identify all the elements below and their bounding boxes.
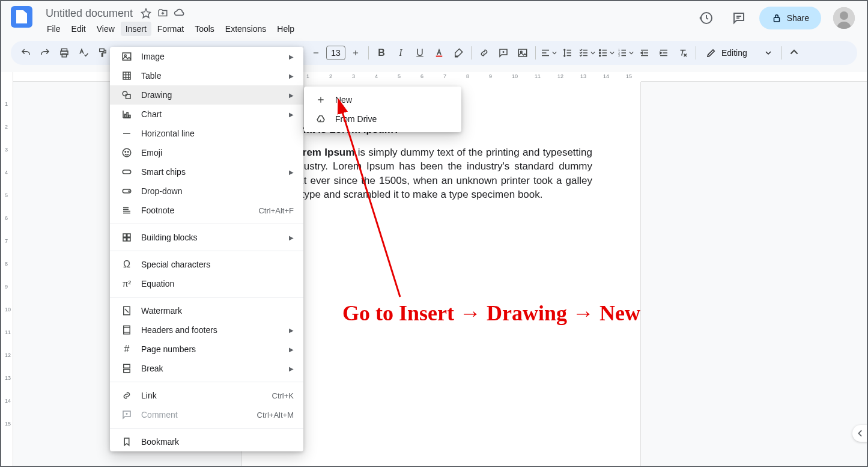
- insert-image-button[interactable]: [514, 44, 532, 62]
- menu-item-smart-chips[interactable]: Smart chips▶: [110, 162, 303, 182]
- header-footer-icon: [121, 325, 133, 335]
- plus-icon: [315, 95, 327, 105]
- underline-button[interactable]: U: [411, 44, 429, 62]
- account-avatar[interactable]: [833, 7, 855, 29]
- drive-icon: [315, 114, 327, 124]
- menu-item-dropdown[interactable]: Drop-down: [110, 182, 303, 201]
- numbered-list-button[interactable]: 123: [616, 44, 634, 62]
- emoji-icon: [121, 147, 133, 158]
- svg-rect-18: [123, 72, 130, 79]
- share-button[interactable]: Share: [759, 7, 821, 29]
- menu-item-drawing[interactable]: Drawing▶: [110, 85, 303, 105]
- font-size-minus[interactable]: [307, 44, 325, 62]
- svg-rect-31: [123, 238, 126, 241]
- svg-rect-30: [127, 234, 130, 237]
- menu-help[interactable]: Help: [272, 22, 299, 36]
- comments-icon[interactable]: [727, 6, 751, 30]
- menu-item-link[interactable]: LinkCtrl+K: [110, 386, 303, 405]
- menu-item-special-characters[interactable]: ΩSpecial characters: [110, 255, 303, 274]
- chip-icon: [121, 166, 133, 177]
- svg-rect-27: [123, 170, 131, 174]
- menu-tools[interactable]: Tools: [190, 22, 219, 36]
- collapse-toolbar-button[interactable]: [785, 44, 803, 62]
- svg-rect-35: [124, 364, 130, 368]
- annotation-text: Go to Insert → Drawing → New: [342, 301, 640, 326]
- menu-item-footnote[interactable]: FootnoteCtrl+Alt+F: [110, 201, 303, 220]
- paint-format-button[interactable]: [94, 44, 112, 62]
- checklist-button[interactable]: [578, 44, 596, 62]
- menu-insert[interactable]: Insert: [121, 22, 151, 36]
- spellcheck-button[interactable]: [74, 44, 93, 62]
- menu-item-equation[interactable]: π²Equation: [110, 274, 303, 293]
- svg-rect-36: [124, 370, 130, 373]
- editing-mode-label: Editing: [721, 48, 747, 58]
- menu-item-table[interactable]: Table▶: [110, 66, 303, 85]
- explore-fab[interactable]: [852, 425, 867, 442]
- blocks-icon: [121, 232, 133, 243]
- highlight-button[interactable]: [449, 44, 467, 62]
- italic-button[interactable]: I: [392, 44, 410, 62]
- share-label: Share: [787, 13, 809, 23]
- footnote-icon: [121, 205, 133, 216]
- cloud-saved-icon[interactable]: [172, 6, 187, 20]
- menu-item-headers-footers[interactable]: Headers and footers▶: [110, 320, 303, 340]
- menu-item-horizontal-line[interactable]: Horizontal line: [110, 124, 303, 143]
- history-icon[interactable]: [694, 6, 718, 30]
- submenu-item-from-drive[interactable]: From Drive: [304, 109, 461, 129]
- insert-link-button[interactable]: [475, 44, 493, 62]
- indent-increase-button[interactable]: [655, 44, 673, 62]
- text-color-button[interactable]: [430, 44, 448, 62]
- menu-item-page-numbers[interactable]: #Page numbers▶: [110, 340, 303, 359]
- omega-icon: Ω: [121, 259, 133, 270]
- menu-edit[interactable]: Edit: [67, 22, 91, 36]
- menu-item-image[interactable]: Image▶: [110, 47, 303, 66]
- editing-mode-button[interactable]: Editing: [700, 47, 777, 58]
- svg-point-10: [599, 49, 601, 50]
- pencil-icon: [706, 47, 717, 58]
- submenu-item-new[interactable]: New: [304, 90, 461, 109]
- undo-button[interactable]: [17, 44, 35, 62]
- menu-item-chart[interactable]: Chart▶: [110, 105, 303, 124]
- svg-point-24: [123, 148, 131, 157]
- star-icon[interactable]: [139, 6, 153, 20]
- menu-file[interactable]: File: [42, 22, 65, 36]
- menu-item-building-blocks[interactable]: Building blocks▶: [110, 228, 303, 247]
- svg-text:3: 3: [618, 54, 620, 57]
- redo-button[interactable]: [36, 44, 54, 62]
- lock-icon: [771, 13, 782, 23]
- move-icon[interactable]: [156, 6, 170, 20]
- page-numbers-icon: #: [121, 344, 133, 355]
- insert-comment-button[interactable]: [494, 44, 512, 62]
- indent-decrease-button[interactable]: [636, 44, 654, 62]
- font-size-input[interactable]: 13: [326, 46, 345, 60]
- font-size-plus[interactable]: [347, 44, 365, 62]
- clear-formatting-button[interactable]: [674, 44, 692, 62]
- svg-point-2: [840, 11, 848, 20]
- svg-point-26: [128, 151, 129, 153]
- menu-item-bookmark[interactable]: Bookmark: [110, 432, 303, 451]
- menu-item-watermark[interactable]: Watermark: [110, 301, 303, 320]
- menu-item-emoji[interactable]: Emoji: [110, 143, 303, 162]
- document-title[interactable]: Untitled document: [42, 7, 136, 20]
- menu-view[interactable]: View: [92, 22, 120, 36]
- line-spacing-button[interactable]: [559, 44, 577, 62]
- menu-item-break[interactable]: Break▶: [110, 359, 303, 378]
- svg-rect-21: [124, 114, 126, 118]
- chart-icon: [121, 109, 133, 120]
- link-icon: [121, 390, 133, 401]
- align-button[interactable]: [539, 44, 557, 62]
- chevron-down-icon: [765, 50, 771, 56]
- print-button[interactable]: [55, 44, 73, 62]
- svg-rect-22: [127, 112, 128, 118]
- svg-rect-6: [100, 49, 105, 52]
- svg-point-11: [599, 52, 601, 53]
- bookmark-icon: [121, 436, 133, 447]
- svg-rect-8: [518, 49, 527, 56]
- docs-logo[interactable]: [11, 6, 32, 28]
- menu-format[interactable]: Format: [153, 22, 189, 36]
- menu-extensions[interactable]: Extensions: [220, 22, 271, 36]
- bold-button[interactable]: B: [372, 44, 390, 62]
- svg-rect-7: [436, 56, 443, 57]
- image-icon: [121, 51, 133, 62]
- bulleted-list-button[interactable]: [597, 44, 615, 62]
